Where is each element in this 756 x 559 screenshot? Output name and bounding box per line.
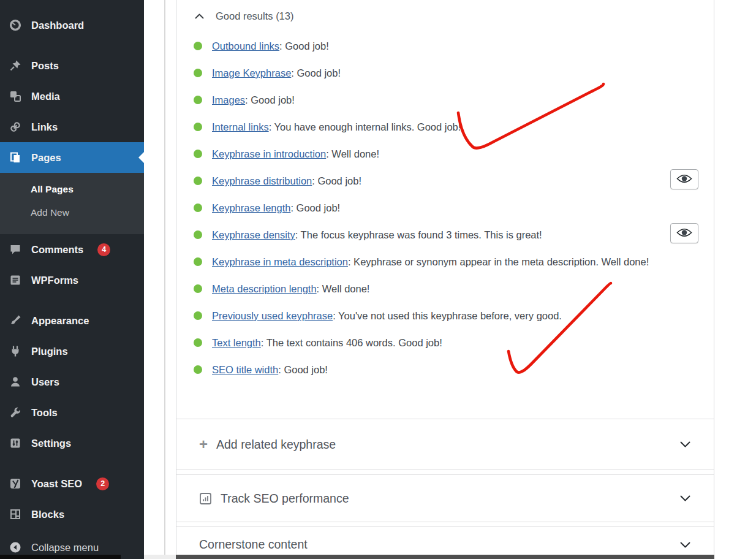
good-score-dot-icon bbox=[194, 69, 202, 77]
assessment-link[interactable]: Keyphrase length bbox=[212, 202, 290, 213]
sidebar-item-label: Appearance bbox=[31, 315, 89, 327]
user-icon bbox=[8, 376, 23, 388]
cornerstone-content-row[interactable]: Cornerstone content bbox=[176, 526, 714, 555]
dashboard-icon bbox=[8, 19, 23, 31]
assessment-item: Meta description length: Well done! bbox=[176, 281, 714, 296]
assessment-item: SEO title width: Good job! bbox=[176, 362, 714, 377]
assessment-item: Keyphrase in introduction: Well done! bbox=[176, 146, 714, 161]
sidebar-item-posts[interactable]: Posts bbox=[0, 50, 144, 81]
highlight-in-text-button[interactable] bbox=[670, 169, 698, 189]
media-icon bbox=[8, 90, 23, 102]
sidebar-item-tools[interactable]: Tools bbox=[0, 397, 144, 428]
track-seo-performance-row[interactable]: Track SEO performance bbox=[176, 474, 714, 522]
assessment-text: : Good job! bbox=[290, 202, 340, 213]
assessment-link[interactable]: Internal links bbox=[212, 121, 269, 132]
comments-count-badge: 4 bbox=[97, 243, 110, 256]
good-score-dot-icon bbox=[194, 123, 202, 131]
assessment-text: : Good job! bbox=[278, 364, 328, 375]
assessment-link[interactable]: Image Keyphrase bbox=[212, 67, 291, 78]
assessment-link[interactable]: Meta description length bbox=[212, 283, 317, 294]
assessment-item: Keyphrase length: Good job! bbox=[176, 200, 714, 215]
collapse-section-button[interactable] bbox=[194, 10, 205, 22]
sidebar-item-label: Media bbox=[31, 91, 60, 102]
good-score-dot-icon bbox=[194, 177, 202, 185]
good-score-dot-icon bbox=[194, 338, 202, 347]
wp-admin-sidebar: Dashboard Posts Media Links Pages All Pa… bbox=[0, 0, 144, 555]
highlight-in-text-button[interactable] bbox=[670, 223, 698, 243]
assessment-text: : The text contains 406 words. Good job! bbox=[261, 337, 442, 348]
plug-icon bbox=[8, 345, 23, 357]
add-related-keyphrase-label: Add related keyphrase bbox=[216, 438, 336, 452]
collapse-arrow-icon bbox=[8, 541, 23, 553]
sidebar-item-label: Links bbox=[31, 121, 58, 133]
sidebar-item-settings[interactable]: Settings bbox=[0, 428, 144, 458]
eye-icon bbox=[676, 174, 692, 185]
sidebar-item-users[interactable]: Users bbox=[0, 367, 144, 397]
assessment-text: : Good job! bbox=[312, 175, 361, 186]
plus-icon: + bbox=[199, 437, 208, 452]
good-score-dot-icon bbox=[194, 284, 202, 293]
good-score-dot-icon bbox=[194, 42, 202, 50]
yoast-notification-badge: 2 bbox=[96, 477, 109, 490]
sidebar-item-comments[interactable]: Comments 4 bbox=[0, 234, 144, 265]
assessment-link[interactable]: Keyphrase density bbox=[212, 229, 295, 240]
comment-bubble-icon bbox=[8, 243, 23, 256]
sidebar-item-plugins[interactable]: Plugins bbox=[0, 336, 144, 367]
assessment-item: Text length: The text contains 406 words… bbox=[176, 335, 714, 350]
sidebar-item-links[interactable]: Links bbox=[0, 112, 144, 142]
pushpin-icon bbox=[8, 59, 23, 72]
submenu-item-all-pages[interactable]: All Pages bbox=[0, 178, 144, 201]
assessment-link[interactable]: Keyphrase distribution bbox=[212, 175, 312, 186]
sidebar-item-label: Dashboard bbox=[31, 20, 84, 31]
sidebar-item-pages[interactable]: Pages bbox=[0, 142, 144, 173]
sidebar-item-wpforms[interactable]: WPForms bbox=[0, 265, 144, 295]
assessment-text: : Keyphrase or synonym appear in the met… bbox=[348, 256, 649, 267]
sidebar-item-label: Pages bbox=[31, 152, 61, 164]
scrollbar-track-line[interactable] bbox=[164, 0, 165, 555]
assessment-link[interactable]: Keyphrase in meta description bbox=[212, 256, 348, 267]
assessment-item: Previously used keyphrase: You've not us… bbox=[176, 308, 714, 323]
assessment-text: : Good job! bbox=[279, 40, 329, 51]
submenu-item-add-new[interactable]: Add New bbox=[0, 201, 144, 224]
paintbrush-icon bbox=[8, 314, 23, 327]
cornerstone-content-label: Cornerstone content bbox=[199, 538, 308, 552]
good-results-section: Good results (13) Outbound links: Good j… bbox=[176, 0, 714, 419]
bottom-edge-strip bbox=[176, 555, 714, 559]
bar-chart-icon bbox=[199, 492, 212, 505]
sidebar-item-label: WPForms bbox=[31, 275, 78, 286]
good-score-dot-icon bbox=[194, 311, 202, 320]
bottom-edge-strip bbox=[0, 555, 121, 559]
good-results-title: Good results (13) bbox=[216, 10, 293, 22]
sidebar-item-label: Collapse menu bbox=[31, 542, 99, 553]
good-results-header: Good results (13) bbox=[176, 10, 714, 22]
sidebar-item-label: Comments bbox=[31, 244, 83, 256]
sidebar-item-dashboard[interactable]: Dashboard bbox=[0, 10, 144, 40]
assessment-link[interactable]: Keyphrase in introduction bbox=[212, 148, 326, 159]
track-seo-performance-label: Track SEO performance bbox=[221, 492, 349, 506]
assessment-link[interactable]: Text length bbox=[212, 337, 261, 348]
sidebar-item-yoast-seo[interactable]: Yoast SEO 2 bbox=[0, 468, 144, 499]
yoast-seo-metabox: Good results (13) Outbound links: Good j… bbox=[176, 0, 714, 555]
assessment-text: : You've not used this keyphrase before,… bbox=[333, 310, 562, 321]
assessment-link[interactable]: Previously used keyphrase bbox=[212, 310, 333, 321]
assessment-item: Image Keyphrase: Good job! bbox=[176, 66, 714, 80]
sidebar-item-appearance[interactable]: Appearance bbox=[0, 305, 144, 336]
sidebar-item-blocks[interactable]: Blocks bbox=[0, 499, 144, 530]
assessment-link[interactable]: Images bbox=[212, 94, 245, 105]
assessment-link[interactable]: Outbound links bbox=[212, 40, 279, 51]
sidebar-item-label: Settings bbox=[31, 438, 71, 449]
assessment-text: : Good job! bbox=[291, 67, 341, 78]
assessment-text: : Good job! bbox=[245, 94, 295, 105]
assessment-link[interactable]: SEO title width bbox=[212, 364, 278, 375]
good-score-dot-icon bbox=[194, 257, 202, 266]
assessment-list: Outbound links: Good job! Image Keyphras… bbox=[176, 39, 714, 377]
assessment-text: : The focus keyphrase was found 3 times.… bbox=[295, 229, 542, 240]
section-gap bbox=[176, 470, 714, 474]
sidebar-item-media[interactable]: Media bbox=[0, 81, 144, 112]
sidebar-item-label: Plugins bbox=[31, 346, 68, 357]
add-related-keyphrase-row[interactable]: + Add related keyphrase bbox=[176, 419, 714, 470]
assessment-text: : Well done! bbox=[326, 148, 379, 159]
sidebar-item-label: Posts bbox=[31, 60, 59, 72]
assessment-item: Keyphrase distribution: Good job! bbox=[176, 173, 714, 188]
sidebar-item-label: Users bbox=[31, 376, 59, 388]
